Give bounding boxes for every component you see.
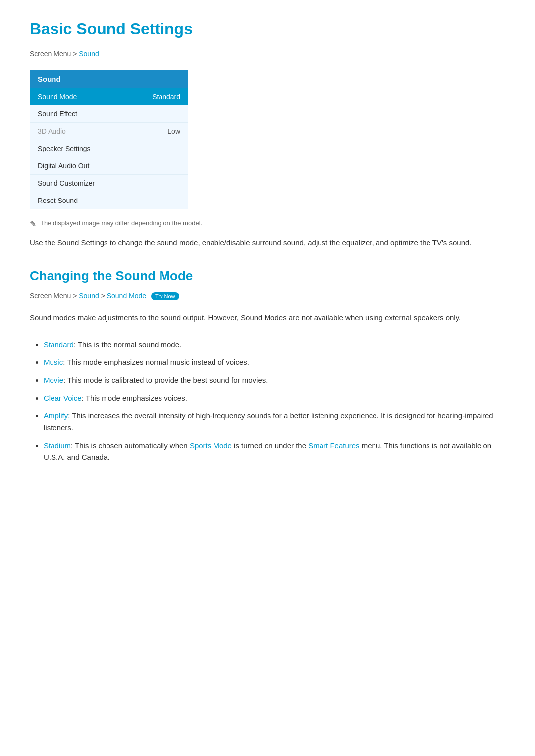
- section2-title: Changing the Sound Mode: [30, 268, 505, 284]
- breadcrumb-sep2-1: >: [73, 292, 79, 300]
- menu-item-digital-audio-out[interactable]: Digital Audio Out: [30, 157, 188, 175]
- sound-mode-list: Standard: This is the normal sound mode.…: [30, 339, 505, 463]
- menu-item-label: Digital Audio Out: [38, 162, 89, 170]
- menu-item-sound-effect[interactable]: Sound Effect: [30, 105, 188, 123]
- list-item-movie: Movie: This mode is calibrated to provid…: [44, 374, 505, 386]
- amplify-link[interactable]: Amplify: [44, 411, 68, 420]
- stadium-text2: is turned on under the: [232, 441, 308, 450]
- menu-item-label: Speaker Settings: [38, 145, 91, 152]
- list-item-clear-voice: Clear Voice: This mode emphasizes voices…: [44, 392, 505, 404]
- list-item-standard: Standard: This is the normal sound mode.: [44, 339, 505, 351]
- breadcrumb-prefix-2: Screen Menu: [30, 292, 71, 300]
- list-item-stadium: Stadium: This is chosen automatically wh…: [44, 440, 505, 463]
- menu-header: Sound: [30, 70, 188, 88]
- breadcrumb-1: Screen Menu > Sound: [30, 50, 505, 58]
- stadium-text1: : This is chosen automatically when: [71, 441, 190, 450]
- section2-description: Sound modes make adjustments to the soun…: [30, 312, 505, 324]
- breadcrumb-2: Screen Menu > Sound > Sound Mode Try Now: [30, 292, 505, 300]
- music-text: : This mode emphasizes normal music inst…: [63, 358, 249, 366]
- menu-item-sound-mode[interactable]: Sound Mode Standard: [30, 88, 188, 105]
- breadcrumb-sound-link-2[interactable]: Sound: [79, 292, 99, 300]
- movie-link[interactable]: Movie: [44, 376, 63, 384]
- stadium-link[interactable]: Stadium: [44, 441, 71, 450]
- menu-item-label: Sound Mode: [38, 93, 77, 101]
- menu-item-label: Sound Effect: [38, 110, 77, 118]
- section1-description: Use the Sound Settings to change the sou…: [30, 237, 505, 249]
- menu-item-value: Low: [167, 127, 180, 135]
- note: ✎ The displayed image may differ dependi…: [30, 219, 505, 229]
- amplify-text: : This increases the overall intensity o…: [44, 411, 493, 432]
- sports-mode-link[interactable]: Sports Mode: [190, 441, 232, 450]
- breadcrumb-sep: >: [73, 50, 79, 58]
- smart-features-link[interactable]: Smart Features: [308, 441, 359, 450]
- breadcrumb-sound-mode-link[interactable]: Sound Mode: [107, 292, 146, 300]
- menu-item-label: Reset Sound: [38, 197, 78, 204]
- note-text: The displayed image may differ depending…: [40, 219, 202, 227]
- try-now-badge[interactable]: Try Now: [151, 292, 179, 300]
- breadcrumb-prefix: Screen Menu: [30, 50, 71, 58]
- menu-item-sound-customizer[interactable]: Sound Customizer: [30, 175, 188, 192]
- list-item-music: Music: This mode emphasizes normal music…: [44, 356, 505, 368]
- standard-text: : This is the normal sound mode.: [74, 340, 181, 349]
- music-link[interactable]: Music: [44, 358, 63, 366]
- sound-menu-box: Sound Sound Mode Standard Sound Effect 3…: [30, 70, 188, 209]
- menu-item-3d-audio[interactable]: 3D Audio Low: [30, 123, 188, 140]
- menu-item-label: Sound Customizer: [38, 179, 95, 187]
- clear-voice-text: : This mode emphasizes voices.: [82, 394, 187, 402]
- menu-item-speaker-settings[interactable]: Speaker Settings: [30, 140, 188, 157]
- pencil-icon: ✎: [30, 219, 36, 229]
- menu-item-label: 3D Audio: [38, 127, 66, 135]
- page-title: Basic Sound Settings: [30, 20, 505, 38]
- movie-text: : This mode is calibrated to provide the…: [63, 376, 268, 384]
- menu-item-reset-sound[interactable]: Reset Sound: [30, 192, 188, 209]
- menu-item-value: Standard: [152, 93, 180, 101]
- breadcrumb-sound-link[interactable]: Sound: [79, 50, 99, 58]
- clear-voice-link[interactable]: Clear Voice: [44, 394, 82, 402]
- breadcrumb-sep2-2: >: [101, 292, 107, 300]
- standard-link[interactable]: Standard: [44, 340, 74, 349]
- list-item-amplify: Amplify: This increases the overall inte…: [44, 410, 505, 434]
